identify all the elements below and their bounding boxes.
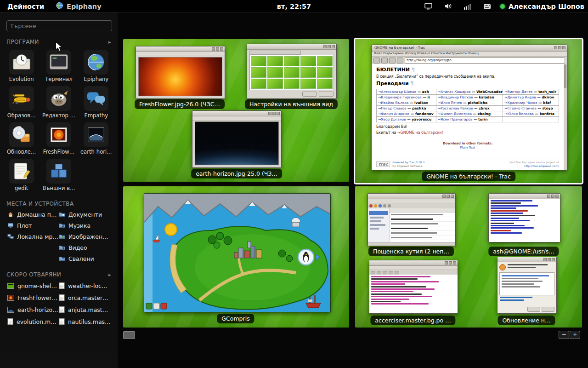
empathy-icon	[84, 86, 108, 111]
app-item-epiphany[interactable]: Epiphany	[78, 48, 115, 83]
gimp-flower-canvas	[138, 57, 222, 96]
top-bar: Дейности Epiphany вт, 22:57 Александ	[0, 0, 588, 12]
recent-expander-icon[interactable]: ▸	[108, 272, 111, 278]
app-item-earth-horizon[interactable]: earth-hori…	[78, 121, 115, 156]
window-thumbnail-evolution[interactable]	[368, 193, 456, 246]
window-caption: earth-horizon.jpg-25.0 (ЧЗ…	[191, 169, 282, 178]
search-input[interactable]	[6, 20, 112, 31]
window-thumbnail-gcompris[interactable]	[144, 193, 331, 312]
recent-item-weather[interactable]: weather-loc…	[58, 280, 115, 292]
gedit-icon	[9, 159, 34, 184]
folder-documents-icon	[59, 211, 65, 218]
places-section-header: МЕСТА И УСТРОЙСТВА	[6, 201, 111, 207]
workspace-1[interactable]: FreshFlower.jpg-26.0 (ЧЗС… Настройки на …	[123, 39, 349, 182]
window-caption: GCompris	[217, 314, 254, 323]
gnome-shell-overview: Дейности Epiphany вт, 22:57 Александ	[0, 0, 588, 368]
translator-cell: →Ростислав Райков — zbrox	[436, 106, 503, 111]
window-thumbnail-appearance[interactable]	[247, 44, 337, 99]
volume-icon[interactable]	[444, 3, 452, 10]
app-item-empathy[interactable]: Empathy	[78, 84, 115, 120]
window-caption: Настройки на външния вид	[245, 99, 338, 109]
app-item-freshflower[interactable]: FreshFlow…	[40, 121, 77, 156]
recent-item-freshflower[interactable]: FreshFlower…	[6, 292, 58, 304]
software-update-icon	[9, 122, 34, 147]
recent-item-nautilus[interactable]: nautilus.mas…	[58, 316, 115, 328]
display-icon[interactable]	[424, 3, 432, 10]
earth-thumb-icon	[7, 307, 14, 313]
translator-cell: →Виктор Дачев — tech_noir	[503, 89, 559, 95]
window-thumbnail-epiphany-trac[interactable]: GNOME на български! - Trac Файл Редактир…	[371, 45, 567, 170]
pilcrow-icon: ¶	[410, 80, 413, 86]
user-menu-button[interactable]: Александър Шопов	[500, 3, 584, 10]
place-videos[interactable]: Видео	[58, 242, 115, 253]
app-item-gimp[interactable]: Редактор …	[40, 84, 77, 120]
clock-button[interactable]: вт, 22:57	[277, 3, 311, 10]
gimp-icon	[46, 86, 71, 111]
freshflower-thumbnail-icon	[46, 122, 71, 147]
translator-cell: →Явор Доганов — yavorescu	[377, 117, 436, 122]
gcompris-plane-icon	[9, 86, 34, 111]
plain-text-link: Plain Text	[376, 146, 559, 150]
window-thumbnail-gedit[interactable]	[369, 260, 458, 314]
activities-button[interactable]: Дейности	[2, 1, 50, 12]
appearance-buttons	[302, 92, 334, 97]
workspace-remove-button[interactable]: −	[559, 331, 569, 339]
translator-cell	[503, 117, 559, 122]
keyboard-indicator-icon[interactable]	[483, 3, 491, 10]
place-desktop[interactable]: Плот	[6, 220, 58, 231]
home-button	[397, 58, 403, 63]
user-name: Александър Шопов	[509, 3, 584, 10]
translator-cell: →Атанас Кошаров — WebCrusader	[436, 89, 503, 95]
back-button	[373, 58, 380, 63]
place-downloads[interactable]: Свалени	[58, 253, 115, 264]
forward-button	[381, 58, 388, 63]
text-file-icon	[59, 306, 65, 313]
url-field: http://fsa-bg.org/project/gtp	[405, 58, 565, 63]
desktop-icon	[7, 222, 14, 229]
network-signal-icon[interactable]	[464, 3, 471, 10]
window-thumbnail-terminal[interactable]	[488, 193, 560, 242]
workspace-add-button[interactable]: +	[570, 331, 580, 339]
recent-item-orca[interactable]: orca.master…	[58, 292, 115, 304]
place-local-network[interactable]: Локална мр…	[6, 231, 58, 242]
blue-boxes-icon	[46, 159, 71, 184]
place-home[interactable]: Домашна п…	[6, 209, 58, 220]
workspace-4[interactable]: Пощенска кутия (2 неп… ash@GNOME:	[355, 186, 582, 328]
translator-cell: →Красимир Чонов — bfaf	[503, 100, 559, 106]
recent-item-gnome-shell[interactable]: gnome-shel…	[6, 280, 58, 292]
place-pictures[interactable]: Изображен…	[58, 231, 115, 242]
update-icon	[499, 264, 506, 270]
folder-downloads-icon	[59, 255, 65, 262]
workspace-3[interactable]: GCompris	[123, 186, 349, 328]
programs-expander-icon[interactable]: ▸	[108, 39, 111, 45]
app-item-gcompris[interactable]: Образов…	[3, 84, 40, 120]
recent-item-earth-horizon[interactable]: earth-horizo…	[6, 304, 58, 316]
recent-item-evolution-file[interactable]: evolution.m…	[6, 316, 58, 328]
app-menu-button[interactable]: Epiphany	[56, 2, 102, 11]
translator-cell: →Ясен Праматаров — turin	[436, 117, 503, 122]
window-thumbnail-freshflower-gimp[interactable]	[136, 46, 225, 99]
translator-cell: →Димитър Киров — dkirov	[503, 95, 559, 100]
workspace-2-active[interactable]: GNOME на български! - Trac Файл Редактир…	[355, 39, 582, 183]
translator-cell: →Стойчо Станчев — stoyo	[503, 106, 559, 111]
place-documents[interactable]: Документи	[58, 209, 115, 220]
app-item-software-update[interactable]: Обновле…	[3, 121, 40, 156]
translator-cell: →Петър Славов — peshka	[377, 106, 436, 111]
window-thumbnail-update-manager[interactable]	[497, 257, 557, 314]
place-music[interactable]: Музика	[58, 220, 115, 231]
epiphany-icon	[84, 50, 108, 75]
window-caption: Пощенска кутия (2 неп…	[368, 247, 454, 256]
workspace-switcher-thumb[interactable]	[123, 331, 135, 339]
app-menu-label: Epiphany	[67, 3, 102, 10]
browser-title: GNOME на български! - Trac	[372, 45, 567, 51]
gedit-text	[369, 275, 458, 313]
app-item-external-volumes[interactable]: Външни в…	[40, 157, 77, 192]
thanks-text: Благодарим Ви!	[376, 125, 559, 129]
app-item-evolution[interactable]: Evolution	[3, 48, 40, 83]
browser-menubar: Файл Редактиране Изглед Отиване Отметки …	[372, 52, 567, 57]
app-grid: Evolution Терминал Epiphany Образов…	[0, 47, 118, 193]
text-file-icon	[59, 282, 65, 289]
app-item-gedit[interactable]: gedit	[3, 157, 40, 192]
recent-item-anjuta[interactable]: anjuta.mast…	[58, 304, 115, 316]
window-thumbnail-earth-gimp[interactable]	[192, 110, 282, 168]
